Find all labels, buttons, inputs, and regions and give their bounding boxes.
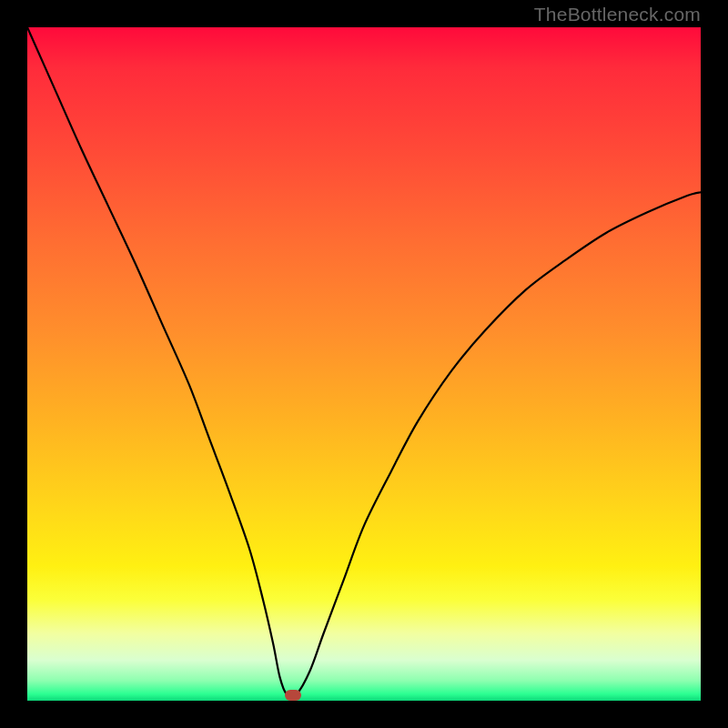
- watermark-text: TheBottleneck.com: [534, 4, 701, 25]
- plot-area: [27, 27, 701, 701]
- optimal-marker: [285, 690, 301, 701]
- bottleneck-curve: [27, 27, 701, 701]
- chart-frame: TheBottleneck.com: [0, 0, 728, 728]
